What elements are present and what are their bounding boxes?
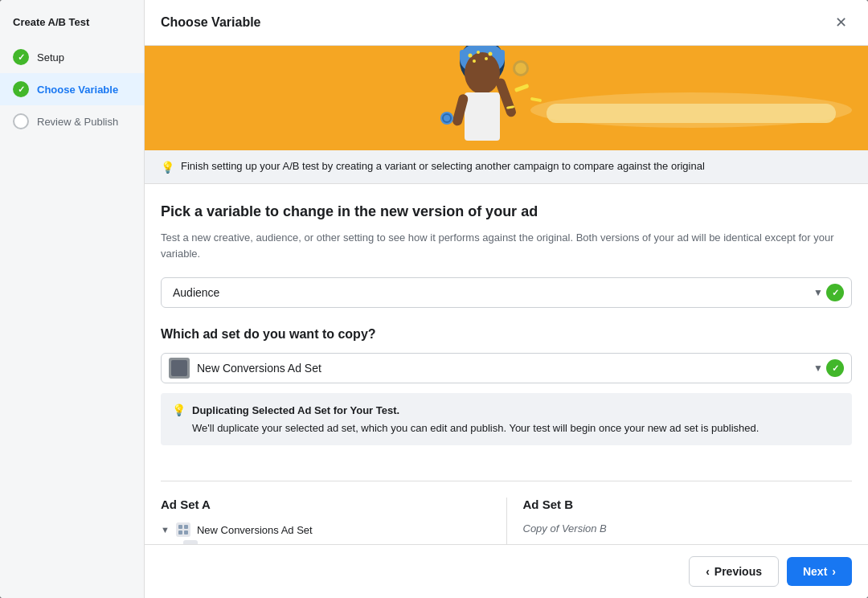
adset-section: Which ad set do you want to copy? New Co… [161, 327, 852, 445]
info-text: Finish setting up your A/B test by creat… [181, 160, 705, 172]
adset-section-title: Which ad set do you want to copy? [161, 327, 852, 342]
svg-point-9 [515, 63, 526, 74]
sidebar-item-review-publish[interactable]: Review & Publish [0, 105, 144, 137]
setup-step-icon [13, 49, 29, 65]
next-chevron-icon: › [832, 565, 836, 578]
main-content: Choose Variable ✕ [145, 0, 868, 598]
choose-variable-step-icon [13, 81, 29, 97]
tree-item-adset: ▼ New Conversions Ad Set [161, 522, 490, 537]
adset-col-a: Ad Set A ▼ New Conversions Ad Set [161, 498, 507, 544]
section-title: Pick a variable to change in the new ver… [161, 203, 852, 220]
variable-dropdown[interactable]: Audience Creative Budget Placement [161, 277, 852, 308]
hero-banner [145, 46, 868, 150]
adset-thumbnail [169, 358, 190, 379]
adset-comparison: Ad Set A ▼ New Conversions Ad Set [145, 481, 868, 544]
content-area: 💡 Finish setting up your A/B test by cre… [145, 46, 868, 544]
adset-col-b: Ad Set B Copy of Version B [523, 498, 853, 544]
prev-chevron-icon: ‹ [706, 565, 710, 578]
adset-a-adset-label: New Conversions Ad Set [197, 524, 313, 536]
sidebar-item-review-publish-label: Review & Publish [37, 116, 118, 128]
variable-dropdown-wrapper: Audience Creative Budget Placement ▼ ✓ [161, 277, 852, 308]
adset-dropdown-wrapper: New Conversions Ad Set ▼ ✓ [161, 353, 852, 383]
modal-header: Choose Variable ✕ [145, 0, 868, 46]
svg-rect-21 [547, 104, 836, 123]
info-bar: 💡 Finish setting up your A/B test by cre… [145, 150, 868, 184]
svg-point-17 [477, 51, 480, 54]
section-desc: Test a new creative, audience, or other … [161, 230, 852, 261]
adset-a-title: Ad Set A [161, 498, 490, 511]
variable-dropdown-check-icon: ✓ [826, 284, 844, 301]
svg-point-19 [485, 57, 488, 60]
info-icon: 💡 [161, 161, 174, 174]
modal-title: Choose Variable [161, 15, 261, 30]
adset-thumb-inner [171, 360, 187, 376]
modal-footer: ‹ Previous Next › [145, 544, 868, 598]
close-icon: ✕ [835, 14, 847, 31]
grid-icon [176, 522, 190, 537]
previous-button-label: Previous [714, 565, 762, 578]
close-button[interactable]: ✕ [829, 11, 852, 34]
sidebar-item-choose-variable-label: Choose Variable [37, 84, 118, 96]
adset-b-copy-label: Copy of Version B [523, 522, 853, 535]
modal-overlay: Create A/B Test Setup Choose Variable Re… [0, 0, 868, 598]
review-publish-step-icon [13, 113, 29, 129]
next-button-label: Next [803, 565, 827, 578]
sidebar-item-setup[interactable]: Setup [0, 41, 144, 73]
svg-point-5 [465, 52, 500, 94]
adset-dropdown-check-icon: ✓ [826, 359, 844, 377]
svg-point-20 [473, 59, 476, 63]
adset-dropdown[interactable]: New Conversions Ad Set [161, 353, 852, 383]
next-button[interactable]: Next › [787, 557, 852, 586]
svg-point-18 [489, 52, 493, 56]
duplicate-info-text: Duplicating Selected Ad Set for Your Tes… [192, 403, 759, 436]
variable-section: Pick a variable to change in the new ver… [145, 184, 868, 481]
sidebar-title: Create A/B Test [0, 16, 144, 41]
duplicate-info-icon: 💡 [172, 403, 186, 416]
modal: Create A/B Test Setup Choose Variable Re… [0, 0, 868, 598]
sidebar-item-setup-label: Setup [37, 51, 64, 63]
duplicate-info: 💡 Duplicating Selected Ad Set for Your T… [161, 393, 852, 445]
svg-point-16 [469, 54, 473, 58]
adset-b-title: Ad Set B [523, 498, 853, 511]
previous-button[interactable]: ‹ Previous [689, 556, 779, 587]
sidebar: Create A/B Test Setup Choose Variable Re… [0, 0, 145, 598]
adset-tree-icon [176, 522, 190, 537]
duplicate-info-title: Duplicating Selected Ad Set for Your Tes… [192, 403, 759, 419]
tree-chevron-icon: ▼ [161, 525, 170, 535]
sidebar-item-choose-variable[interactable]: Choose Variable [0, 73, 144, 105]
duplicate-info-body: We'll duplicate your selected ad set, wh… [192, 422, 759, 434]
adset-a-tree: ▼ New Conversions Ad Set [161, 522, 490, 544]
svg-rect-6 [465, 92, 500, 141]
